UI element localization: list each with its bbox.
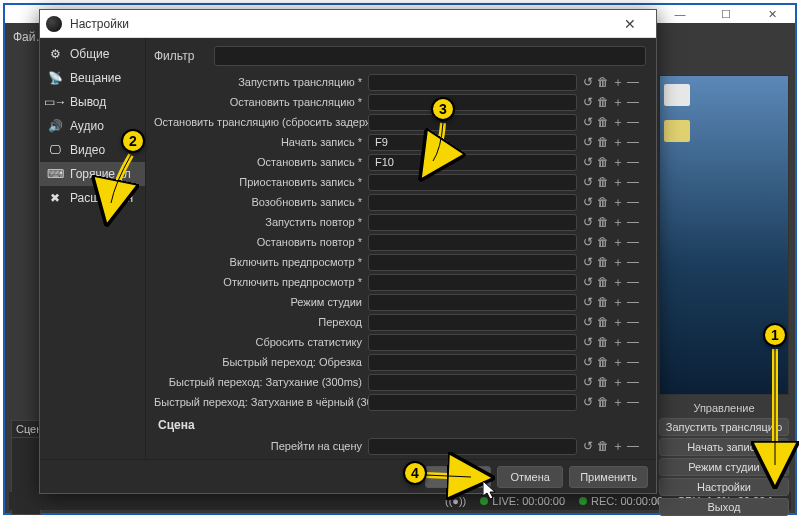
delete-icon[interactable]: 🗑 bbox=[596, 395, 610, 409]
hotkey-input[interactable] bbox=[368, 354, 577, 371]
add-icon[interactable]: ＋ bbox=[611, 195, 625, 209]
hotkey-input[interactable] bbox=[368, 314, 577, 331]
minimize-button[interactable]: — bbox=[657, 5, 703, 23]
undo-icon[interactable]: ↺ bbox=[581, 315, 595, 329]
remove-icon[interactable]: — bbox=[626, 235, 640, 249]
maximize-button[interactable]: ☐ bbox=[703, 5, 749, 23]
remove-icon[interactable]: — bbox=[626, 375, 640, 389]
undo-icon[interactable]: ↺ bbox=[581, 175, 595, 189]
hotkey-input[interactable] bbox=[368, 94, 577, 111]
add-icon[interactable]: ＋ bbox=[611, 335, 625, 349]
add-icon[interactable]: ＋ bbox=[611, 115, 625, 129]
hotkey-input[interactable] bbox=[368, 74, 577, 91]
hotkey-input[interactable] bbox=[368, 134, 577, 151]
remove-icon[interactable]: — bbox=[626, 175, 640, 189]
delete-icon[interactable]: 🗑 bbox=[596, 215, 610, 229]
hotkey-input[interactable] bbox=[368, 174, 577, 191]
undo-icon[interactable]: ↺ bbox=[581, 135, 595, 149]
delete-icon[interactable]: 🗑 bbox=[596, 155, 610, 169]
remove-icon[interactable]: — bbox=[626, 255, 640, 269]
remove-icon[interactable]: — bbox=[626, 195, 640, 209]
undo-icon[interactable]: ↺ bbox=[581, 255, 595, 269]
cancel-button[interactable]: Отмена bbox=[497, 466, 563, 488]
add-icon[interactable]: ＋ bbox=[611, 135, 625, 149]
undo-icon[interactable]: ↺ bbox=[581, 115, 595, 129]
remove-icon[interactable]: — bbox=[626, 275, 640, 289]
add-icon[interactable]: ＋ bbox=[611, 95, 625, 109]
hotkey-input[interactable] bbox=[368, 438, 577, 455]
undo-icon[interactable]: ↺ bbox=[581, 395, 595, 409]
remove-icon[interactable]: — bbox=[626, 395, 640, 409]
add-icon[interactable]: ＋ bbox=[611, 75, 625, 89]
filter-input[interactable] bbox=[214, 46, 646, 66]
remove-icon[interactable]: — bbox=[626, 335, 640, 349]
exit-button[interactable]: Выход bbox=[659, 498, 789, 516]
remove-icon[interactable]: — bbox=[626, 95, 640, 109]
delete-icon[interactable]: 🗑 bbox=[596, 75, 610, 89]
hotkey-input[interactable] bbox=[368, 274, 577, 291]
add-icon[interactable]: ＋ bbox=[611, 215, 625, 229]
undo-icon[interactable]: ↺ bbox=[581, 195, 595, 209]
hotkey-input[interactable] bbox=[368, 294, 577, 311]
delete-icon[interactable]: 🗑 bbox=[596, 195, 610, 209]
hotkey-input[interactable] bbox=[368, 214, 577, 231]
undo-icon[interactable]: ↺ bbox=[581, 375, 595, 389]
undo-icon[interactable]: ↺ bbox=[581, 155, 595, 169]
delete-icon[interactable]: 🗑 bbox=[596, 255, 610, 269]
remove-icon[interactable]: — bbox=[626, 295, 640, 309]
close-button[interactable]: ✕ bbox=[749, 5, 795, 23]
add-icon[interactable]: ＋ bbox=[611, 155, 625, 169]
add-icon[interactable]: ＋ bbox=[611, 255, 625, 269]
remove-icon[interactable]: — bbox=[626, 215, 640, 229]
delete-icon[interactable]: 🗑 bbox=[596, 295, 610, 309]
apply-button[interactable]: Применить bbox=[569, 466, 648, 488]
remove-icon[interactable]: — bbox=[626, 155, 640, 169]
add-icon[interactable]: ＋ bbox=[611, 175, 625, 189]
add-icon[interactable]: ＋ bbox=[611, 315, 625, 329]
add-icon[interactable]: ＋ bbox=[611, 275, 625, 289]
hotkey-input[interactable] bbox=[368, 234, 577, 251]
remove-icon[interactable]: — bbox=[626, 115, 640, 129]
delete-icon[interactable]: 🗑 bbox=[596, 315, 610, 329]
remove-icon[interactable]: — bbox=[626, 135, 640, 149]
undo-icon[interactable]: ↺ bbox=[581, 235, 595, 249]
undo-icon[interactable]: ↺ bbox=[581, 335, 595, 349]
sidebar-item-stream[interactable]: 📡 Вещание bbox=[40, 66, 145, 90]
delete-icon[interactable]: 🗑 bbox=[596, 235, 610, 249]
sidebar-item-output[interactable]: ▭→ Вывод bbox=[40, 90, 145, 114]
remove-icon[interactable]: — bbox=[626, 75, 640, 89]
add-icon[interactable]: ＋ bbox=[611, 295, 625, 309]
delete-icon[interactable]: 🗑 bbox=[596, 95, 610, 109]
add-icon[interactable]: ＋ bbox=[611, 395, 625, 409]
undo-icon[interactable]: ↺ bbox=[581, 75, 595, 89]
undo-icon[interactable]: ↺ bbox=[581, 295, 595, 309]
add-icon[interactable]: ＋ bbox=[611, 439, 625, 453]
undo-icon[interactable]: ↺ bbox=[581, 95, 595, 109]
add-icon[interactable]: ＋ bbox=[611, 355, 625, 369]
hotkey-input[interactable] bbox=[368, 114, 577, 131]
undo-icon[interactable]: ↺ bbox=[581, 275, 595, 289]
add-icon[interactable]: ＋ bbox=[611, 375, 625, 389]
delete-icon[interactable]: 🗑 bbox=[596, 335, 610, 349]
dialog-close-button[interactable]: ✕ bbox=[610, 16, 650, 32]
delete-icon[interactable]: 🗑 bbox=[596, 439, 610, 453]
undo-icon[interactable]: ↺ bbox=[581, 439, 595, 453]
sidebar-item-general[interactable]: ⚙ Общие bbox=[40, 42, 145, 66]
delete-icon[interactable]: 🗑 bbox=[596, 355, 610, 369]
hotkey-input[interactable] bbox=[368, 394, 577, 411]
hotkey-input[interactable] bbox=[368, 154, 577, 171]
delete-icon[interactable]: 🗑 bbox=[596, 375, 610, 389]
hotkey-input[interactable] bbox=[368, 334, 577, 351]
delete-icon[interactable]: 🗑 bbox=[596, 115, 610, 129]
hotkey-input[interactable] bbox=[368, 374, 577, 391]
remove-icon[interactable]: — bbox=[626, 355, 640, 369]
delete-icon[interactable]: 🗑 bbox=[596, 135, 610, 149]
delete-icon[interactable]: 🗑 bbox=[596, 175, 610, 189]
hotkey-input[interactable] bbox=[368, 254, 577, 271]
remove-icon[interactable]: — bbox=[626, 315, 640, 329]
delete-icon[interactable]: 🗑 bbox=[596, 275, 610, 289]
add-icon[interactable]: ＋ bbox=[611, 235, 625, 249]
remove-icon[interactable]: — bbox=[626, 439, 640, 453]
hotkey-input[interactable] bbox=[368, 194, 577, 211]
undo-icon[interactable]: ↺ bbox=[581, 355, 595, 369]
